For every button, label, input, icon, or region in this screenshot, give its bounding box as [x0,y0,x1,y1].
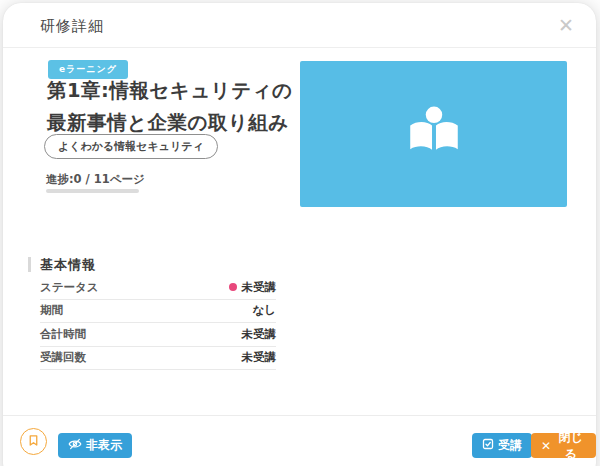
modal-header: 研修詳細 ✕ [3,3,596,48]
close-icon[interactable]: ✕ [551,11,581,41]
row-label: 期間 [40,303,63,318]
progress-bar [46,189,139,193]
bookmark-button[interactable] [20,428,47,455]
status-text: 未受講 [242,280,277,295]
hide-button-label: 非表示 [86,437,122,454]
row-value: 未受講 [242,327,277,342]
basic-info-heading: 基本情報 [40,256,96,274]
reader-book-icon [401,99,467,169]
course-title: 第1章:情報セキュリティの最新事情と企業の取り組み [47,75,311,139]
row-label: 合計時間 [40,327,86,342]
close-button[interactable]: ✕ 閉じる [531,433,596,458]
row-label: 受講回数 [40,350,86,365]
table-row: 受講回数 未受講 [40,347,276,371]
progress-label: 進捗:0 / 11ページ [46,172,145,187]
row-value: なし [252,303,276,318]
training-detail-modal: 研修詳細 ✕ eラーニング 第1章:情報セキュリティの最新事情と企業の取り組み … [3,3,596,466]
bookmark-icon [27,434,40,450]
table-row: 合計時間 未受講 [40,323,276,347]
footer-divider [3,415,596,416]
row-value: 未受講 [242,350,277,365]
modal-title: 研修詳細 [40,17,104,36]
enroll-button[interactable]: 受講 [472,433,532,458]
status-dot [229,283,237,291]
enroll-button-label: 受講 [498,437,522,454]
table-row: ステータス 未受講 [40,276,276,300]
table-row: 期間 なし [40,300,276,324]
x-icon: ✕ [541,440,551,452]
row-label: ステータス [40,280,99,295]
eye-off-icon [68,437,82,454]
basic-info-table: ステータス 未受講 期間 なし 合計時間 未受講 受講回数 未受講 [40,276,276,370]
course-thumbnail [300,61,567,207]
hide-button[interactable]: 非表示 [58,433,132,458]
course-category-tag[interactable]: よくわかる情報セキュリティ [44,134,218,159]
row-value: 未受講 [229,280,277,295]
close-button-label: 閉じる [555,429,586,463]
checkbox-checked-icon [482,438,494,453]
